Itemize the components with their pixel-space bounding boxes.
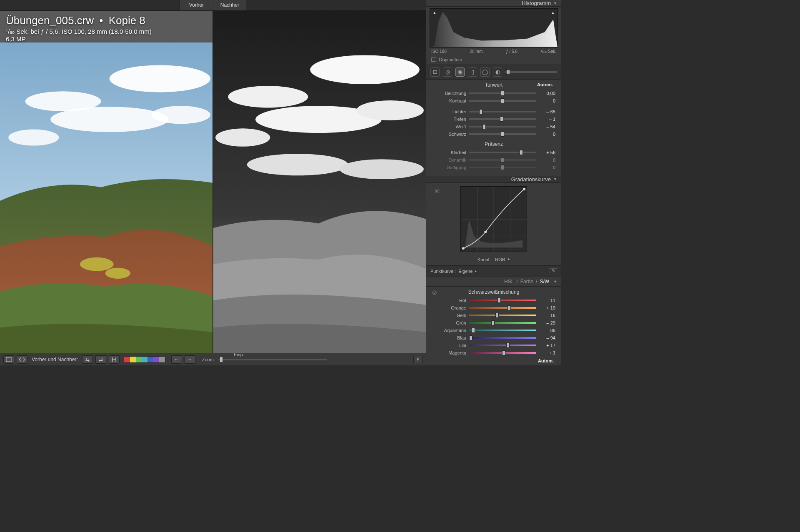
slider-rot[interactable]: Rot – 11 xyxy=(426,297,561,304)
slider-value: – 65 xyxy=(540,109,555,114)
slider-lichter[interactable]: Lichter – 65 xyxy=(426,108,561,115)
svg-rect-18 xyxy=(6,357,11,362)
slider-aquamarin[interactable]: Aquamarin – 86 xyxy=(426,327,561,334)
before-after-tabs: Vorher Nachher xyxy=(0,0,426,11)
slider-value: – 94 xyxy=(540,335,555,340)
compare-view-icon[interactable] xyxy=(17,355,28,364)
hsl-header[interactable]: HSL/ Farbe/ S/W ▼ xyxy=(426,277,561,287)
slider-label: Tiefen xyxy=(426,117,469,122)
preview-after[interactable] xyxy=(212,11,426,353)
color-swatch[interactable] xyxy=(130,357,136,362)
info-copy: Kopie 8 xyxy=(109,14,145,27)
slider-grün[interactable]: Grün – 29 xyxy=(426,319,561,327)
slider-orange[interactable]: Orange + 19 xyxy=(426,304,561,312)
slider-schwarz[interactable]: Schwarz 0 xyxy=(426,130,561,138)
slider-label: Grün xyxy=(426,320,469,325)
pointcurve-label: Punktkurve : xyxy=(430,269,456,274)
loupe-view-icon[interactable] xyxy=(3,355,14,364)
color-swatch[interactable] xyxy=(142,357,148,362)
slider-label: Blau xyxy=(426,335,469,340)
slider-lila[interactable]: Lila + 17 xyxy=(426,342,561,349)
slider-label: Orange xyxy=(426,305,469,310)
svg-point-28 xyxy=(523,188,525,190)
original-photo-row[interactable]: Originalfoto xyxy=(426,56,561,65)
prev-image-icon[interactable]: ← xyxy=(171,355,182,364)
slider-value: – 86 xyxy=(540,328,555,333)
svg-point-12 xyxy=(228,86,308,107)
spot-tool-icon[interactable]: ◎ xyxy=(443,67,452,77)
swap-icon[interactable]: ⇆ xyxy=(82,355,93,364)
slider-dynamik[interactable]: Dynamik 0 xyxy=(426,156,561,164)
color-swatch[interactable] xyxy=(148,357,153,362)
histogram-header[interactable]: Histogramm▼ xyxy=(426,0,561,7)
slider-tiefen[interactable]: Tiefen – 1 xyxy=(426,115,561,123)
color-swatch[interactable] xyxy=(153,357,159,362)
tool-strip: ⊡ ◎ ◉ ▯ ◯ ◐ xyxy=(426,65,561,80)
edit-curve-icon[interactable]: ✎ xyxy=(550,268,557,274)
bottom-toolbar: Vorher und Nachher: ⇆ ⇄ ← → Zoom Einp. ▾ xyxy=(0,353,426,365)
slider-magenta[interactable]: Magenta + 3 xyxy=(426,349,561,357)
radial-tool-icon[interactable]: ◯ xyxy=(480,67,490,77)
histogram-labels: ISO 100 28 mm ƒ / 5,6 ¹/₆₀ Sek. xyxy=(426,47,561,56)
slider-value: + 3 xyxy=(540,350,555,355)
info-megapixel: 6,3 MP xyxy=(6,35,152,42)
auto-tone-button[interactable]: Autom. xyxy=(537,82,553,87)
copy-after-icon[interactable] xyxy=(109,355,120,364)
slider-kontrast[interactable]: Kontrast 0 xyxy=(426,97,561,105)
slider-gelb[interactable]: Gelb – 16 xyxy=(426,312,561,319)
color-swatch[interactable] xyxy=(159,357,165,362)
info-exposure: ¹/₆₀ Sek. bei ƒ / 5,6, ISO 100, 28 mm (1… xyxy=(6,28,152,35)
slider-weiß[interactable]: Weiß – 54 xyxy=(426,123,561,130)
slider-value: 0 xyxy=(540,157,555,162)
color-label-swatches[interactable] xyxy=(124,356,165,363)
auto-bw-button[interactable]: Autom. xyxy=(426,357,561,365)
tone-title: Tonwert Autom. xyxy=(426,82,561,88)
color-swatch[interactable] xyxy=(136,357,142,362)
channel-selector[interactable]: Kanal : RGB▸ xyxy=(426,255,561,265)
target-adjust-icon[interactable]: ◎ xyxy=(432,289,437,295)
zoom-slider[interactable] xyxy=(219,359,327,360)
svg-point-27 xyxy=(484,230,487,233)
tab-before[interactable]: Vorher xyxy=(180,0,213,10)
histogram-plot[interactable]: ▲ ▲ xyxy=(430,8,558,47)
slider-klarheit[interactable]: Klarheit + 56 xyxy=(426,149,561,156)
pointcurve-value[interactable]: Eigene xyxy=(458,269,472,274)
highlight-clip-icon[interactable]: ▲ xyxy=(551,10,555,15)
slider-label: Aquamarin xyxy=(426,328,469,333)
slider-value: – 11 xyxy=(540,298,555,303)
slider-blau[interactable]: Blau – 94 xyxy=(426,334,561,342)
tab-after[interactable]: Nachher xyxy=(213,0,246,10)
image-info-overlay: Übungen_005.crw • Kopie 8 ¹/₆₀ Sek. bei … xyxy=(6,14,152,42)
toolbar-menu-icon[interactable]: ▾ xyxy=(413,356,422,363)
info-filename: Übungen_005.crw xyxy=(6,14,94,27)
slider-label: Rot xyxy=(426,298,469,303)
svg-point-6 xyxy=(8,130,59,146)
copy-before-icon[interactable]: ⇄ xyxy=(95,355,106,364)
slider-label: Klarheit xyxy=(426,150,469,155)
brush-tool-icon[interactable]: ◐ xyxy=(493,67,502,77)
slider-value: 0 xyxy=(540,132,555,137)
slider-label: Schwarz xyxy=(426,132,469,137)
next-image-icon[interactable]: → xyxy=(185,355,195,364)
slider-value: 0,00 xyxy=(540,91,555,96)
slider-sättigung[interactable]: Sättigung 0 xyxy=(426,164,561,171)
slider-value: – 1 xyxy=(540,117,555,122)
svg-point-5 xyxy=(152,106,210,124)
redeye-tool-icon[interactable]: ◉ xyxy=(455,67,465,77)
color-swatch[interactable] xyxy=(124,357,130,362)
slider-value: – 16 xyxy=(540,313,555,318)
preview-before[interactable] xyxy=(0,11,212,353)
tonecurve-header[interactable]: Gradationskurve▼ xyxy=(426,176,561,183)
checkbox-icon[interactable] xyxy=(431,57,436,62)
svg-point-8 xyxy=(105,268,130,279)
tone-curve[interactable] xyxy=(460,186,527,252)
target-adjust-icon[interactable]: ◎ xyxy=(435,187,440,194)
slider-value: – 54 xyxy=(540,124,555,129)
tool-amount-slider[interactable] xyxy=(505,71,557,73)
svg-point-15 xyxy=(215,128,270,146)
gradient-tool-icon[interactable]: ▯ xyxy=(468,67,477,77)
crop-tool-icon[interactable]: ⊡ xyxy=(430,67,440,77)
slider-value: – 29 xyxy=(540,320,555,325)
slider-belichtung[interactable]: Belichtung 0,00 xyxy=(426,90,561,97)
shadow-clip-icon[interactable]: ▲ xyxy=(432,10,437,15)
